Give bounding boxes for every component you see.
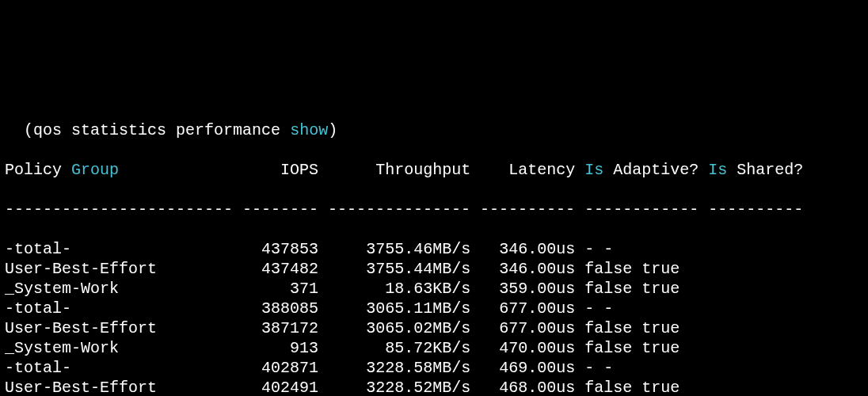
cell-shared: -	[603, 359, 613, 377]
cell-throughput: 3228.58MB/s	[366, 359, 470, 377]
cell-policy-group: -total-	[5, 299, 71, 318]
cell-adaptive: -	[584, 359, 594, 377]
cell-iops: 388085	[261, 299, 318, 318]
cell-shared: true	[641, 379, 680, 396]
cell-latency: 470.00us	[499, 339, 575, 357]
col-header-adaptive: Adaptive?	[613, 161, 699, 179]
cell-policy-group: User-Best-Effort	[5, 319, 157, 337]
open-paren: (	[5, 121, 33, 139]
cell-shared: true	[641, 339, 680, 357]
col-header-iops: IOPS	[280, 161, 318, 179]
table-row: User-Best-Effort 437482 3755.44MB/s 346.…	[5, 259, 868, 279]
cell-policy-group: -total-	[5, 240, 71, 258]
cell-shared: true	[641, 260, 680, 278]
table-row: -total- 388085 3065.11MB/s 677.00us - -	[5, 299, 868, 318]
table-row: -total- 402871 3228.58MB/s 469.00us - -	[5, 358, 868, 378]
cell-latency: 469.00us	[499, 359, 575, 377]
cmd-word-show: show	[290, 121, 328, 139]
cell-iops: 371	[290, 280, 318, 298]
col-header-shared: Shared?	[737, 161, 803, 179]
cell-latency: 468.00us	[499, 379, 575, 396]
cell-iops: 402491	[261, 379, 318, 396]
cell-throughput: 3755.46MB/s	[366, 240, 470, 258]
cell-shared: -	[603, 240, 613, 258]
cell-latency: 677.00us	[499, 319, 575, 337]
cell-adaptive: false	[584, 280, 632, 298]
cell-latency: 346.00us	[499, 240, 575, 258]
col-header-latency: Latency	[508, 161, 575, 179]
cell-iops: 437853	[261, 240, 318, 258]
cell-adaptive: false	[584, 379, 632, 396]
cell-latency: 346.00us	[499, 260, 575, 278]
cell-adaptive: -	[584, 299, 594, 318]
cell-iops: 913	[290, 339, 318, 357]
table-row: _System-Work 913 85.72KB/s 470.00us fals…	[5, 338, 868, 358]
cell-iops: 387172	[261, 319, 318, 337]
col-header-is-1: Is	[584, 161, 603, 179]
table-row: -total- 437853 3755.46MB/s 346.00us - -	[5, 239, 868, 259]
table-row: User-Best-Effort 402491 3228.52MB/s 468.…	[5, 378, 868, 396]
cell-adaptive: false	[584, 339, 632, 357]
cell-throughput: 3065.02MB/s	[366, 319, 470, 337]
cell-policy-group: _System-Work	[5, 339, 119, 357]
col-header-group: Group	[71, 161, 119, 179]
close-paren: )	[328, 121, 337, 139]
terminal-output: (qos statistics performance show) Policy…	[0, 99, 868, 396]
cell-throughput: 85.72KB/s	[385, 339, 470, 357]
cell-latency: 677.00us	[499, 299, 575, 318]
cell-policy-group: _System-Work	[5, 280, 119, 298]
cmd-word-qos: qos	[33, 121, 62, 139]
cell-policy-group: User-Best-Effort	[5, 379, 157, 396]
cell-adaptive: -	[584, 240, 594, 258]
col-header-is-2: Is	[708, 161, 727, 179]
cell-policy-group: -total-	[5, 359, 71, 377]
cell-iops: 437482	[261, 260, 318, 278]
cell-shared: true	[641, 280, 680, 298]
cmd-word-statistics: statistics	[71, 121, 166, 139]
col-header-policy: Policy	[5, 161, 62, 179]
cell-adaptive: false	[584, 319, 632, 337]
cell-throughput: 3755.44MB/s	[366, 260, 470, 278]
cmd-word-performance: performance	[176, 121, 280, 139]
cell-throughput: 3228.52MB/s	[366, 379, 470, 396]
header-separator: ------------------------ -------- ------…	[5, 200, 868, 219]
cell-throughput: 3065.11MB/s	[366, 299, 470, 318]
col-header-throughput: Throughput	[375, 161, 470, 179]
cell-shared: -	[603, 299, 613, 318]
cell-latency: 359.00us	[499, 280, 575, 298]
table-header: Policy Group IOPS Throughput Latency Is …	[5, 160, 868, 180]
cell-iops: 402871	[261, 359, 318, 377]
cell-adaptive: false	[584, 260, 632, 278]
cell-throughput: 18.63KB/s	[385, 280, 470, 298]
cell-shared: true	[641, 319, 680, 337]
cell-policy-group: User-Best-Effort	[5, 260, 157, 278]
command-line: (qos statistics performance show)	[5, 120, 868, 140]
table-row: User-Best-Effort 387172 3065.02MB/s 677.…	[5, 318, 868, 338]
table-row: _System-Work 371 18.63KB/s 359.00us fals…	[5, 279, 868, 299]
